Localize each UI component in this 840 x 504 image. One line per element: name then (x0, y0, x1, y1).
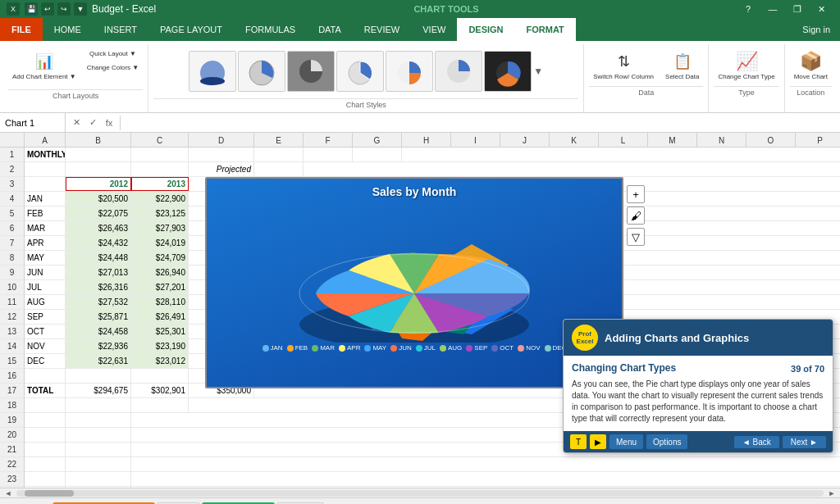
close-button[interactable]: ✕ (810, 0, 833, 18)
col-header-p[interactable]: P (796, 133, 840, 148)
cell-c8[interactable]: $24,709 (131, 251, 189, 265)
cell-b7[interactable]: $24,432 (66, 236, 131, 250)
col-header-i[interactable]: I (451, 133, 500, 148)
redo-icon[interactable]: ↪ (57, 2, 71, 16)
undo-icon[interactable]: ↩ (41, 2, 54, 16)
col-header-f[interactable]: F (304, 133, 353, 148)
function-icon[interactable]: fx (102, 116, 116, 130)
cell-c1[interactable] (131, 148, 189, 161)
cell-b1[interactable] (66, 148, 131, 161)
col-header-b[interactable]: B (66, 133, 131, 148)
scrollbar-track[interactable] (16, 490, 824, 497)
cell-c2[interactable] (131, 162, 189, 176)
cell-a4[interactable]: JAN (25, 192, 66, 206)
cell-b3[interactable]: 2012 (66, 177, 131, 191)
chart-add-button[interactable]: + (627, 185, 645, 203)
cell-a8[interactable]: MAY (25, 251, 66, 265)
tab-format[interactable]: FORMAT (515, 18, 576, 41)
cell-a2[interactable] (25, 162, 66, 176)
col-header-j[interactable]: J (500, 133, 550, 148)
cell-b5[interactable]: $22,075 (66, 207, 131, 220)
tab-file[interactable]: FILE (0, 18, 43, 41)
cell-c9[interactable]: $26,940 (131, 266, 189, 279)
cell-c13[interactable]: $25,301 (131, 325, 189, 338)
cell-c3[interactable]: 2013 (131, 177, 189, 191)
tab-review[interactable]: REVIEW (353, 18, 411, 41)
cell-a15[interactable]: DEC (25, 354, 66, 368)
move-chart-button[interactable]: 📦 Move Chart (790, 48, 832, 83)
cell-b6[interactable]: $26,463 (66, 221, 131, 235)
cell-a17[interactable]: TOTAL (25, 384, 66, 397)
cell-b15[interactable]: $22,631 (66, 354, 131, 368)
tutorial-menu-button[interactable]: Menu (609, 434, 643, 449)
cell-c11[interactable]: $28,110 (131, 295, 189, 309)
cell-b10[interactable]: $26,316 (66, 280, 131, 294)
scrollbar-thumb[interactable] (25, 490, 74, 497)
chart-container[interactable]: Sales by Month (205, 177, 623, 388)
tab-formulas[interactable]: FORMULAS (234, 18, 307, 41)
cancel-formula-icon[interactable]: ✕ (69, 116, 84, 130)
cell-c14[interactable]: $23,190 (131, 339, 189, 353)
horizontal-scrollbar[interactable]: ◄ ► (0, 488, 840, 497)
cell-c5[interactable]: $23,125 (131, 207, 189, 220)
cell-a7[interactable]: APR (25, 236, 66, 250)
col-header-d[interactable]: D (189, 133, 254, 148)
chart-filter-button[interactable]: ▽ (627, 228, 645, 246)
tab-home[interactable]: HOME (43, 18, 93, 41)
cell-b16[interactable] (66, 369, 131, 383)
tab-view[interactable]: VIEW (411, 18, 457, 41)
col-header-m[interactable]: M (648, 133, 697, 148)
change-chart-type-button[interactable]: 📈 Change Chart Type (714, 48, 778, 83)
cell-f1[interactable] (304, 148, 353, 161)
cell-c16[interactable] (131, 369, 189, 383)
tutorial-bookmark-icon[interactable]: ▶ (590, 434, 606, 449)
col-header-o[interactable]: O (746, 133, 796, 148)
chart-style-4[interactable] (336, 51, 384, 92)
cell-a1[interactable]: MONTHLY SALES (25, 148, 66, 161)
chart-style-5[interactable] (386, 51, 433, 92)
minimize-button[interactable]: — (761, 0, 784, 18)
cell-c7[interactable]: $24,019 (131, 236, 189, 250)
change-colors-button[interactable]: Change Colors ▼ (83, 61, 144, 74)
add-sheet-button[interactable]: + (326, 501, 345, 504)
cell-c6[interactable]: $27,903 (131, 221, 189, 235)
cell-c12[interactable]: $26,491 (131, 310, 189, 324)
name-box[interactable]: Chart 1 (0, 113, 66, 132)
col-header-a[interactable]: A (25, 133, 66, 148)
sign-in-link[interactable]: Sign in (792, 18, 840, 41)
cell-c4[interactable]: $22,900 (131, 192, 189, 206)
cell-c17[interactable]: $302,901 (131, 384, 189, 397)
cell-a13[interactable]: OCT (25, 325, 66, 338)
cell-g1[interactable] (353, 148, 402, 161)
col-header-l[interactable]: L (599, 133, 648, 148)
select-data-button[interactable]: 📋 Select Data (661, 48, 703, 83)
cell-a3[interactable] (25, 177, 66, 191)
chart-style-2[interactable] (238, 51, 285, 92)
col-header-e[interactable]: E (254, 133, 304, 148)
cell-c15[interactable]: $23,012 (131, 354, 189, 368)
chart-style-3[interactable] (287, 51, 335, 92)
cell-d1[interactable] (189, 148, 254, 161)
col-header-k[interactable]: K (550, 133, 599, 148)
chart-paint-button[interactable]: 🖌 (627, 207, 645, 225)
cell-e2[interactable] (254, 162, 304, 176)
save-icon[interactable]: 💾 (25, 2, 38, 16)
cell-b13[interactable]: $24,458 (66, 325, 131, 338)
customize-icon[interactable]: ▼ (74, 2, 87, 16)
cell-e1[interactable] (254, 148, 304, 161)
cell-a12[interactable]: SEP (25, 310, 66, 324)
cell-a6[interactable]: MAR (25, 221, 66, 235)
tab-insert[interactable]: INSERT (93, 18, 148, 41)
chart-style-7[interactable] (484, 51, 532, 92)
col-header-h[interactable]: H (402, 133, 451, 148)
cell-b17[interactable]: $294,675 (66, 384, 131, 397)
chart-style-6[interactable] (435, 51, 482, 92)
switch-row-column-button[interactable]: ⇅ Switch Row/ Column (589, 48, 658, 83)
cell-d2[interactable]: Projected (189, 162, 254, 176)
col-header-n[interactable]: N (697, 133, 746, 148)
tab-page-layout[interactable]: PAGE LAYOUT (148, 18, 234, 41)
gallery-scroll-button[interactable]: ▼ (533, 66, 543, 77)
cell-b2[interactable] (66, 162, 131, 176)
tutorial-next-button[interactable]: Next ► (783, 436, 826, 448)
cell-b14[interactable]: $22,936 (66, 339, 131, 353)
